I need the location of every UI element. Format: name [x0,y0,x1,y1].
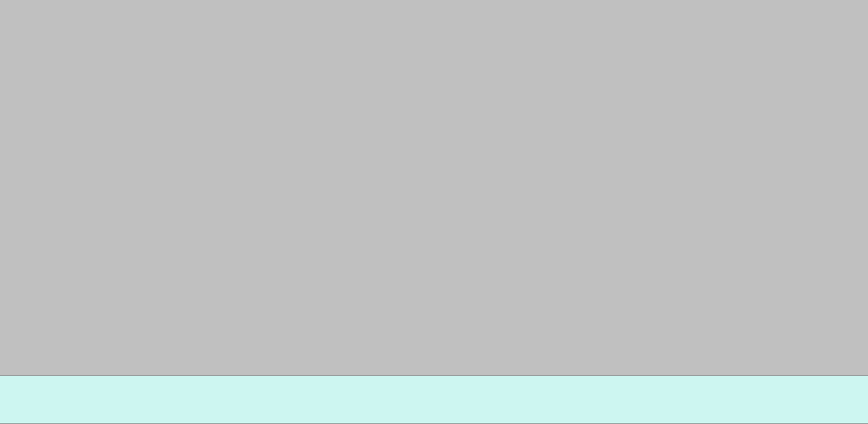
statistics-table [0,375,868,424]
chart-plot [0,0,868,375]
weather-chart-window [0,0,868,424]
